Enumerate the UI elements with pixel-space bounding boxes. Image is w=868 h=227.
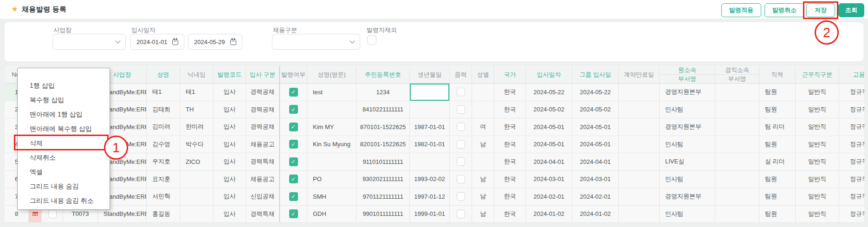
cell-nickname[interactable] bbox=[180, 171, 214, 188]
cell-work_type[interactable]: 일반직 bbox=[796, 206, 839, 223]
order-cancel-button[interactable]: 발령취소 bbox=[764, 3, 804, 17]
cell-nickname[interactable] bbox=[180, 206, 214, 223]
cell-work_type[interactable]: 일반직 bbox=[796, 171, 839, 188]
cell-org_dept[interactable]: 경영지원본부 bbox=[660, 84, 715, 101]
cell-role[interactable]: 팀원 bbox=[759, 206, 796, 223]
cell-org_dept[interactable]: 경영지원본부 bbox=[660, 188, 715, 205]
cell-contract_end[interactable] bbox=[619, 118, 660, 136]
cell-rrn[interactable]: 1234 bbox=[356, 84, 410, 101]
cell-order_code[interactable]: 입사 bbox=[214, 118, 246, 136]
cell-name_en[interactable]: Kin Su Myung bbox=[307, 136, 356, 153]
cell-birth[interactable] bbox=[410, 84, 450, 101]
lunar-checkbox[interactable] bbox=[457, 192, 465, 201]
cell-role[interactable]: 팀원 bbox=[759, 171, 796, 188]
calendar-icon[interactable] bbox=[230, 39, 236, 45]
cell-lunar[interactable] bbox=[450, 171, 472, 188]
cell-rrn[interactable]: 870101-1522625 bbox=[356, 118, 410, 136]
cell-nickname[interactable]: ZICO bbox=[180, 153, 214, 170]
cell-group_hire_date[interactable]: 2024-01-02 bbox=[572, 206, 619, 223]
cell-order_code[interactable]: 입사 bbox=[214, 101, 246, 118]
cell-gender[interactable]: 남 bbox=[472, 188, 494, 205]
cell-work_type[interactable]: 일반직 bbox=[796, 84, 839, 101]
cell-work_type[interactable]: 일반직 bbox=[796, 101, 839, 118]
cell-country[interactable]: 한국 bbox=[494, 84, 526, 101]
cell-order_code[interactable]: 입사 bbox=[214, 206, 246, 223]
cell-group_hire_date[interactable]: 2024-05-02 bbox=[572, 101, 619, 118]
cell-order_code[interactable]: 입사 bbox=[214, 171, 246, 188]
cell-contract_end[interactable] bbox=[619, 206, 660, 223]
cell-concurrent_dept[interactable] bbox=[715, 101, 759, 118]
cell-work_type[interactable]: 일반직 bbox=[796, 118, 839, 136]
cell-name[interactable]: 표지훈 bbox=[147, 171, 180, 188]
cell-hire_date[interactable]: 2024-05-01 bbox=[526, 136, 572, 153]
cell-gender[interactable]: 여 bbox=[472, 118, 494, 136]
cell-hire_date[interactable]: 2024-03-01 bbox=[526, 171, 572, 188]
menu-item-9[interactable]: 그리드 내용 숨김 취소 bbox=[18, 194, 110, 208]
cell-hire_date[interactable]: 2024-02-01 bbox=[526, 188, 572, 205]
cell-country[interactable]: 한국 bbox=[494, 188, 526, 205]
cell-work_type[interactable]: 일반직 bbox=[796, 153, 839, 170]
cell-country[interactable]: 한국 bbox=[494, 171, 526, 188]
menu-item-7[interactable]: 엑셀 bbox=[18, 165, 110, 179]
order-apply-button[interactable]: 발령적용 bbox=[721, 3, 761, 17]
cell-group_hire_date[interactable]: 2024-05-22 bbox=[572, 84, 619, 101]
lunar-checkbox[interactable] bbox=[457, 140, 465, 149]
cell-nickname[interactable] bbox=[180, 188, 214, 205]
cell-contract_end[interactable] bbox=[619, 84, 660, 101]
cell-country[interactable]: 한국 bbox=[494, 101, 526, 118]
cell-order_done[interactable]: ✓ bbox=[279, 136, 307, 153]
cell-lunar[interactable] bbox=[450, 206, 472, 223]
cell-birth[interactable]: 1999-01-01 bbox=[410, 206, 450, 223]
cell-hire_date[interactable]: 2024-05-01 bbox=[526, 118, 572, 136]
hire-date-from-input[interactable]: 2024-01-01 bbox=[130, 34, 184, 50]
cell-hire_type[interactable]: 경력공채 bbox=[246, 118, 279, 136]
site-filter-select[interactable] bbox=[52, 34, 126, 50]
cell-emp_type[interactable]: 정규직 bbox=[839, 188, 864, 205]
calendar-icon[interactable] bbox=[172, 39, 178, 45]
cell-gender[interactable] bbox=[472, 101, 494, 118]
cell-contract_end[interactable] bbox=[619, 153, 660, 170]
cell-order_code[interactable]: 입사 bbox=[214, 188, 246, 205]
cell-nickname[interactable]: 테1 bbox=[180, 84, 214, 101]
cell-order_code[interactable]: 입사 bbox=[214, 84, 246, 101]
cell-name[interactable]: 우지호 bbox=[147, 153, 180, 170]
menu-item-2[interactable]: 복수행 삽입 bbox=[18, 93, 110, 107]
cell-contract_end[interactable] bbox=[619, 188, 660, 205]
hire-date-to-input[interactable]: 2024-05-29 bbox=[188, 34, 242, 50]
cell-nickname[interactable]: 박수다 bbox=[180, 136, 214, 153]
cell-gender[interactable] bbox=[472, 84, 494, 101]
cell-hire_date[interactable]: 2024-01-02 bbox=[526, 206, 572, 223]
cell-hire_type[interactable]: 경력공채 bbox=[246, 101, 279, 118]
cell-hire_type[interactable]: 채용공고 bbox=[246, 136, 279, 153]
favorite-star-icon[interactable]: ★ bbox=[11, 5, 18, 13]
cell-org_dept[interactable]: 인사팀 bbox=[660, 101, 715, 118]
cell-hire_type[interactable]: 경력특채 bbox=[246, 153, 279, 170]
search-button[interactable]: 조회 bbox=[838, 3, 864, 17]
cell-order_done[interactable]: ✓ bbox=[279, 153, 307, 170]
cell-org_dept[interactable]: 인사팀 bbox=[660, 206, 715, 223]
hire-type-filter-select[interactable] bbox=[272, 34, 360, 50]
order-done-checkbox-checked[interactable]: ✓ bbox=[289, 123, 298, 131]
lunar-checkbox[interactable] bbox=[457, 157, 465, 166]
cell-work_type[interactable]: 일반직 bbox=[796, 136, 839, 153]
cell-name[interactable]: 김수명 bbox=[147, 136, 180, 153]
cell-name[interactable]: 홍길동 bbox=[147, 206, 180, 223]
cell-hire_date[interactable]: 2024-05-02 bbox=[526, 101, 572, 118]
cell-gender[interactable]: 남 bbox=[472, 136, 494, 153]
lunar-checkbox[interactable] bbox=[457, 175, 465, 183]
cell-birth[interactable]: 1997-01-12 bbox=[410, 188, 450, 205]
order-done-checkbox-checked[interactable]: ✓ bbox=[289, 88, 298, 97]
order-done-checkbox-checked[interactable]: ✓ bbox=[289, 105, 298, 114]
cell-contract_end[interactable] bbox=[619, 136, 660, 153]
cell-lunar[interactable] bbox=[450, 188, 472, 205]
cell-emp_type[interactable]: 정규직 bbox=[839, 136, 864, 153]
cell-emp_type[interactable]: 정규직 bbox=[839, 84, 864, 101]
cell-concurrent_dept[interactable] bbox=[715, 84, 759, 101]
cell-name_en[interactable]: SMH bbox=[307, 188, 356, 205]
cell-hire_type[interactable]: 채용공고 bbox=[246, 171, 279, 188]
menu-item-8[interactable]: 그리드 내용 숨김 bbox=[18, 179, 110, 194]
cell-name_en[interactable] bbox=[307, 153, 356, 170]
cell-hire_date[interactable]: 2024-04-01 bbox=[526, 153, 572, 170]
cell-org_dept[interactable]: 인사팀 bbox=[660, 171, 715, 188]
cell-lunar[interactable] bbox=[450, 136, 472, 153]
